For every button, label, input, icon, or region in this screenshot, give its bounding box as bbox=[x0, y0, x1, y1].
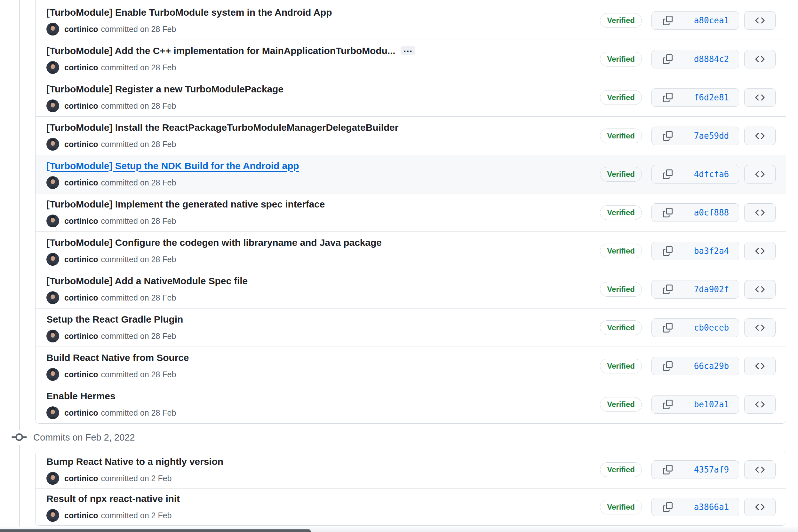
browse-code-button[interactable] bbox=[744, 127, 776, 145]
browse-code-button[interactable] bbox=[744, 498, 776, 516]
commit-author-link[interactable]: cortinico bbox=[64, 23, 98, 36]
commit-title-link[interactable]: [TurboModule] Setup the NDK Build for th… bbox=[47, 159, 299, 173]
avatar[interactable] bbox=[47, 368, 59, 381]
commit-sha-link[interactable]: f6d2e81 bbox=[684, 89, 739, 107]
browse-code-button[interactable] bbox=[744, 88, 776, 107]
sha-button-group: a3866a1 bbox=[651, 498, 739, 516]
copy-sha-button[interactable] bbox=[652, 319, 684, 337]
copy-sha-button[interactable] bbox=[652, 357, 684, 375]
verified-badge[interactable]: Verified bbox=[600, 52, 642, 66]
code-icon bbox=[755, 323, 765, 332]
copy-sha-button[interactable] bbox=[652, 396, 684, 413]
avatar[interactable] bbox=[47, 214, 59, 227]
browse-code-button[interactable] bbox=[744, 319, 776, 337]
verified-badge[interactable]: Verified bbox=[600, 90, 642, 105]
commit-sha-link[interactable]: 7da902f bbox=[684, 280, 739, 298]
commit-title-link[interactable]: [TurboModule] Install the ReactPackageTu… bbox=[47, 121, 398, 134]
commit-sha-link[interactable]: a0cf888 bbox=[684, 204, 739, 222]
commit-author-link[interactable]: cortinico bbox=[64, 138, 98, 151]
commit-title-link[interactable]: [TurboModule] Register a new TurboModule… bbox=[47, 82, 284, 96]
avatar[interactable] bbox=[47, 99, 59, 112]
copy-sha-button[interactable] bbox=[652, 127, 684, 145]
verified-badge[interactable]: Verified bbox=[600, 129, 642, 143]
copy-sha-button[interactable] bbox=[652, 165, 684, 183]
copy-sha-button[interactable] bbox=[652, 242, 684, 260]
commit-row-main: [TurboModule] Add the C++ implementation… bbox=[47, 44, 415, 74]
commit-sha-link[interactable]: cb0eceb bbox=[684, 319, 739, 337]
commit-title-link[interactable]: [TurboModule] Configure the codegen with… bbox=[47, 236, 382, 249]
git-commit-icon bbox=[12, 430, 27, 445]
avatar[interactable] bbox=[47, 472, 59, 485]
browse-code-button[interactable] bbox=[744, 50, 776, 69]
verified-badge[interactable]: Verified bbox=[600, 500, 642, 514]
browse-code-button[interactable] bbox=[744, 460, 776, 479]
commit-sha-link[interactable]: ba3f2a4 bbox=[684, 242, 739, 260]
avatar[interactable] bbox=[47, 406, 59, 419]
commit-author-link[interactable]: cortinico bbox=[64, 406, 98, 419]
commit-sha-link[interactable]: a3866a1 bbox=[684, 498, 739, 516]
avatar[interactable] bbox=[47, 509, 59, 522]
avatar[interactable] bbox=[47, 61, 59, 74]
commit-title-link[interactable]: Result of npx react-native init bbox=[47, 492, 180, 506]
browse-code-button[interactable] bbox=[744, 357, 776, 375]
copy-sha-button[interactable] bbox=[652, 50, 684, 68]
expand-commit-message-button[interactable]: … bbox=[401, 46, 415, 55]
verified-badge[interactable]: Verified bbox=[600, 320, 642, 335]
commit-sha-link[interactable]: 66ca29b bbox=[684, 357, 739, 375]
commit-author-link[interactable]: cortinico bbox=[64, 176, 98, 189]
commit-title: [TurboModule] Install the ReactPackageTu… bbox=[47, 121, 398, 134]
commit-title-link[interactable]: [TurboModule] Add the C++ implementation… bbox=[47, 44, 396, 58]
copy-sha-button[interactable] bbox=[652, 461, 684, 479]
avatar[interactable] bbox=[47, 253, 59, 266]
browse-code-button[interactable] bbox=[744, 203, 776, 222]
copy-sha-button[interactable] bbox=[652, 498, 684, 516]
copy-sha-button[interactable] bbox=[652, 280, 684, 298]
verified-badge[interactable]: Verified bbox=[600, 244, 642, 258]
browse-code-button[interactable] bbox=[744, 11, 776, 30]
commit-author-link[interactable]: cortinico bbox=[64, 330, 98, 342]
commit-title-link[interactable]: [TurboModule] Implement the generated na… bbox=[47, 197, 325, 211]
browse-code-button[interactable] bbox=[744, 395, 776, 414]
avatar[interactable] bbox=[47, 23, 59, 36]
browse-code-button[interactable] bbox=[744, 165, 776, 184]
browse-code-button[interactable] bbox=[744, 280, 776, 299]
avatar[interactable] bbox=[47, 291, 59, 304]
commit-author-link[interactable]: cortinico bbox=[64, 61, 98, 74]
commit-author-link[interactable]: cortinico bbox=[64, 509, 98, 522]
copy-sha-button[interactable] bbox=[652, 204, 684, 222]
commit-title-link[interactable]: Bump React Native to a nightly version bbox=[47, 455, 223, 468]
commit-sha-link[interactable]: be102a1 bbox=[684, 396, 739, 413]
avatar[interactable] bbox=[47, 330, 59, 342]
commit-author-link[interactable]: cortinico bbox=[64, 368, 98, 381]
commit-author-link[interactable]: cortinico bbox=[64, 99, 98, 112]
commit-author-link[interactable]: cortinico bbox=[64, 214, 98, 227]
browse-code-button[interactable] bbox=[744, 242, 776, 260]
copy-sha-button[interactable] bbox=[652, 12, 684, 30]
verified-badge[interactable]: Verified bbox=[600, 13, 642, 28]
avatar[interactable] bbox=[47, 138, 59, 151]
commit-sha-link[interactable]: 7ae59dd bbox=[684, 127, 739, 145]
verified-badge[interactable]: Verified bbox=[600, 205, 642, 220]
commit-author-link[interactable]: cortinico bbox=[64, 472, 98, 485]
commit-sha-link[interactable]: d8884c2 bbox=[684, 50, 739, 68]
commit-row-actions: Verified 4357af9 bbox=[600, 460, 776, 479]
commit-title: [TurboModule] Add a NativeModule Spec fi… bbox=[47, 274, 248, 288]
verified-badge[interactable]: Verified bbox=[600, 282, 642, 297]
verified-badge[interactable]: Verified bbox=[600, 397, 642, 412]
commit-title-link[interactable]: Build React Native from Source bbox=[47, 351, 189, 364]
commit-title-link[interactable]: Setup the React Gradle Plugin bbox=[47, 313, 183, 326]
copy-icon bbox=[663, 246, 673, 256]
copy-sha-button[interactable] bbox=[652, 89, 684, 107]
avatar[interactable] bbox=[47, 176, 59, 189]
verified-badge[interactable]: Verified bbox=[600, 359, 642, 374]
verified-badge[interactable]: Verified bbox=[600, 167, 642, 182]
commit-title-link[interactable]: [TurboModule] Enable TurboModule system … bbox=[47, 6, 332, 19]
verified-badge[interactable]: Verified bbox=[600, 462, 642, 477]
commit-author-link[interactable]: cortinico bbox=[64, 291, 98, 304]
commit-title-link[interactable]: Enable Hermes bbox=[47, 390, 115, 403]
commit-title-link[interactable]: [TurboModule] Add a NativeModule Spec fi… bbox=[47, 274, 248, 288]
commit-sha-link[interactable]: 4dfcfa6 bbox=[684, 165, 739, 183]
commit-sha-link[interactable]: a80cea1 bbox=[684, 12, 739, 30]
commit-sha-link[interactable]: 4357af9 bbox=[684, 461, 739, 479]
commit-author-link[interactable]: cortinico bbox=[64, 253, 98, 266]
